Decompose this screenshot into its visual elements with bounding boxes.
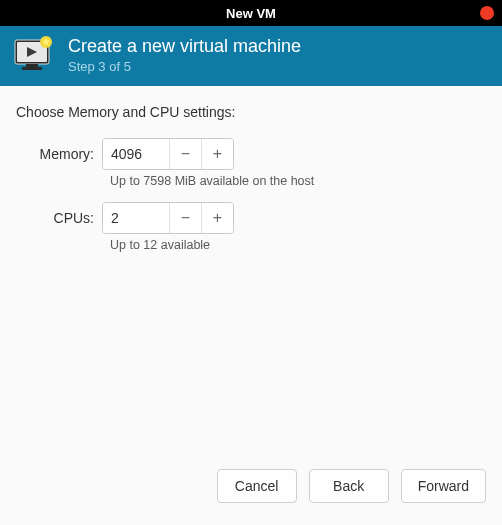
cpus-input[interactable]: [103, 203, 169, 233]
wizard-header: Create a new virtual machine Step 3 of 5: [0, 26, 502, 86]
back-button[interactable]: Back: [309, 469, 389, 503]
wizard-footer: Cancel Back Forward: [0, 469, 502, 525]
cancel-button[interactable]: Cancel: [217, 469, 297, 503]
cpus-increment-button[interactable]: +: [201, 203, 233, 233]
wizard-content: Choose Memory and CPU settings: Memory: …: [0, 86, 502, 469]
titlebar: New VM: [0, 0, 502, 26]
close-icon[interactable]: [480, 6, 494, 20]
cpus-hint: Up to 12 available: [110, 238, 486, 252]
memory-label: Memory:: [16, 146, 102, 162]
new-vm-window: New VM Create a new virtual machine Step…: [0, 0, 502, 525]
cpus-stepper: − +: [102, 202, 234, 234]
vm-icon: [12, 34, 54, 76]
window-title: New VM: [226, 6, 276, 21]
cpus-decrement-button[interactable]: −: [169, 203, 201, 233]
cpus-label: CPUs:: [16, 210, 102, 226]
minus-icon: −: [181, 145, 190, 163]
wizard-step: Step 3 of 5: [68, 59, 301, 74]
cpus-row: CPUs: − +: [16, 202, 486, 234]
memory-row: Memory: − +: [16, 138, 486, 170]
wizard-title: Create a new virtual machine: [68, 36, 301, 58]
memory-stepper: − +: [102, 138, 234, 170]
svg-rect-4: [22, 67, 42, 70]
memory-increment-button[interactable]: +: [201, 139, 233, 169]
minus-icon: −: [181, 209, 190, 227]
plus-icon: +: [213, 145, 222, 163]
memory-input[interactable]: [103, 139, 169, 169]
forward-button[interactable]: Forward: [401, 469, 486, 503]
plus-icon: +: [213, 209, 222, 227]
wizard-header-text: Create a new virtual machine Step 3 of 5: [68, 36, 301, 75]
svg-rect-3: [26, 64, 38, 67]
memory-hint: Up to 7598 MiB available on the host: [110, 174, 486, 188]
section-title: Choose Memory and CPU settings:: [16, 104, 486, 120]
memory-decrement-button[interactable]: −: [169, 139, 201, 169]
